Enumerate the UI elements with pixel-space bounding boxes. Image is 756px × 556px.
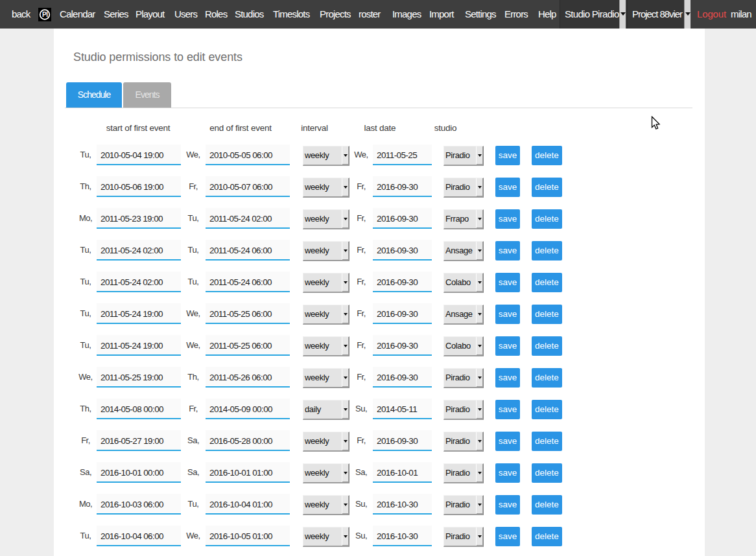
svg-text:PI: PI — [42, 11, 48, 18]
